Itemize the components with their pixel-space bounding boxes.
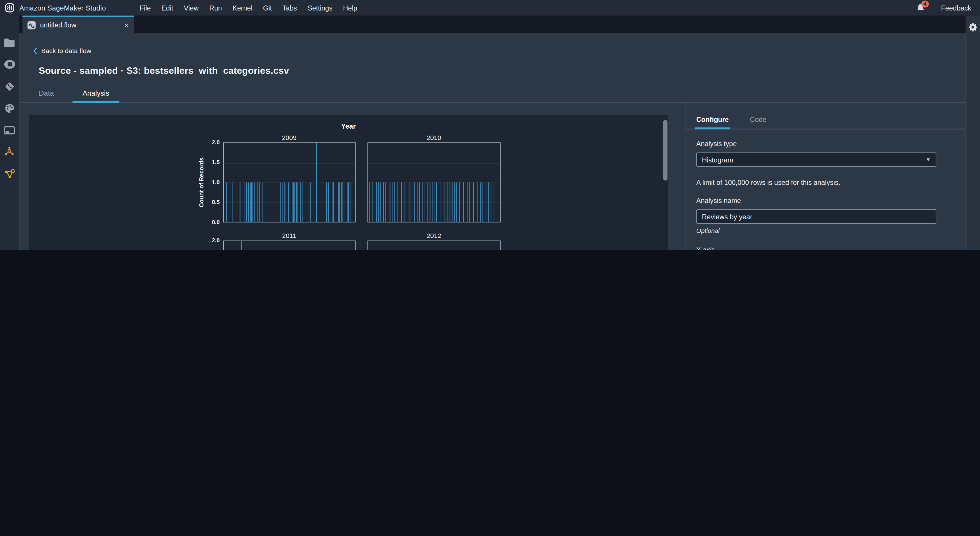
- y-tick-label: 0.0: [212, 219, 220, 225]
- analysis-config-panel: Configure Code Analysis type Histogram ▼: [686, 102, 965, 250]
- settings-side-strip: [966, 16, 980, 250]
- data-wrangler-flow-icon[interactable]: [3, 167, 16, 180]
- y-tick-label: 2.0: [212, 237, 220, 244]
- y-tick-label: 1.0: [212, 179, 220, 186]
- menu-item-kernel[interactable]: Kernel: [232, 4, 253, 12]
- page-title: Source - sampled · S3: bestsellers_with_…: [39, 65, 965, 76]
- top-menu-bar: Amazon SageMaker Studio FileEditViewRunK…: [0, 0, 980, 16]
- configure-code-tabs: Configure Code: [686, 102, 965, 129]
- tab-configure[interactable]: Configure: [696, 116, 729, 128]
- notifications-button[interactable]: 4: [916, 3, 928, 13]
- facet-panel-2012: [368, 241, 500, 250]
- histogram-chart: Year20092010Count of Records2.01.51.00.5…: [29, 115, 668, 250]
- flow-file-icon: [27, 21, 36, 29]
- tab-analysis[interactable]: Analysis: [72, 86, 119, 102]
- menu-item-settings[interactable]: Settings: [308, 4, 332, 12]
- analysis-type-select[interactable]: Histogram ▼: [696, 152, 936, 167]
- facet-label-2011: 2011: [223, 232, 355, 241]
- git-icon[interactable]: [3, 80, 16, 92]
- menu-item-view[interactable]: View: [184, 4, 199, 12]
- running-sessions-icon[interactable]: [3, 58, 16, 71]
- menu-bar: FileEditViewRunKernelGitTabsSettingsHelp: [140, 4, 357, 12]
- menu-item-run[interactable]: Run: [209, 4, 222, 12]
- y-tick-label: 1.5: [212, 159, 220, 165]
- tab-data[interactable]: Data: [39, 86, 73, 102]
- x-axis-label: X axis: [696, 246, 936, 250]
- facet-panel-2011: [223, 241, 355, 250]
- tab-untitled-flow[interactable]: untitled.flow ×: [22, 16, 134, 33]
- application-window: Amazon SageMaker Studio FileEditViewRunK…: [0, 0, 980, 250]
- file-browser-icon[interactable]: [3, 36, 16, 49]
- chevron-left-icon: [33, 47, 38, 54]
- facet-label-2009: 2009: [223, 133, 355, 142]
- analysis-type-label: Analysis type: [696, 140, 936, 147]
- gear-icon[interactable]: [968, 22, 977, 35]
- menu-item-file[interactable]: File: [140, 4, 151, 12]
- data-analysis-tabs: Data Analysis: [20, 86, 965, 102]
- analysis-name-optional: Optional: [696, 227, 936, 235]
- facet-label-2010: 2010: [368, 133, 500, 142]
- y-axis-title: Count of Records: [197, 157, 205, 207]
- chart-title: Year: [197, 122, 501, 130]
- analysis-main-area: Year20092010Count of Records2.01.51.00.5…: [20, 102, 686, 250]
- flow-editor-content: Back to data flow Source - sampled · S3:…: [19, 33, 966, 250]
- experiments-icon[interactable]: [3, 146, 16, 158]
- y-tick-label: 0.5: [212, 199, 220, 205]
- feedback-link[interactable]: Feedback: [941, 4, 971, 12]
- facet-panel-2009: [223, 142, 355, 222]
- menu-item-tabs[interactable]: Tabs: [283, 4, 297, 12]
- menu-item-edit[interactable]: Edit: [161, 4, 173, 12]
- y-tick-label: 2.0: [212, 140, 220, 146]
- menu-item-help[interactable]: Help: [343, 4, 357, 12]
- back-to-data-flow-link[interactable]: Back to data flow: [33, 47, 965, 54]
- commands-palette-icon[interactable]: [3, 102, 16, 114]
- row-limit-note: A limit of 100,000 rows is used for this…: [696, 179, 936, 186]
- facet-label-2012: 2012: [368, 232, 500, 241]
- notification-count-badge: 4: [921, 0, 929, 7]
- analysis-name-input[interactable]: Reviews by year: [696, 209, 936, 224]
- chevron-down-icon: ▼: [926, 157, 931, 162]
- editor-tab-strip: untitled.flow ×: [19, 16, 966, 33]
- activity-bar: [0, 16, 19, 250]
- menu-item-git[interactable]: Git: [263, 4, 272, 12]
- tab-code[interactable]: Code: [750, 116, 766, 128]
- app-title: Amazon SageMaker Studio: [19, 4, 106, 12]
- tab-label: untitled.flow: [40, 21, 76, 29]
- open-tabs-icon[interactable]: [3, 124, 16, 136]
- analysis-name-label: Analysis name: [696, 197, 936, 205]
- sagemaker-logo-icon: [5, 3, 14, 13]
- facet-panel-2010: [368, 142, 500, 222]
- tab-close-icon[interactable]: ×: [124, 21, 129, 29]
- chart-scrollbar[interactable]: [663, 120, 667, 181]
